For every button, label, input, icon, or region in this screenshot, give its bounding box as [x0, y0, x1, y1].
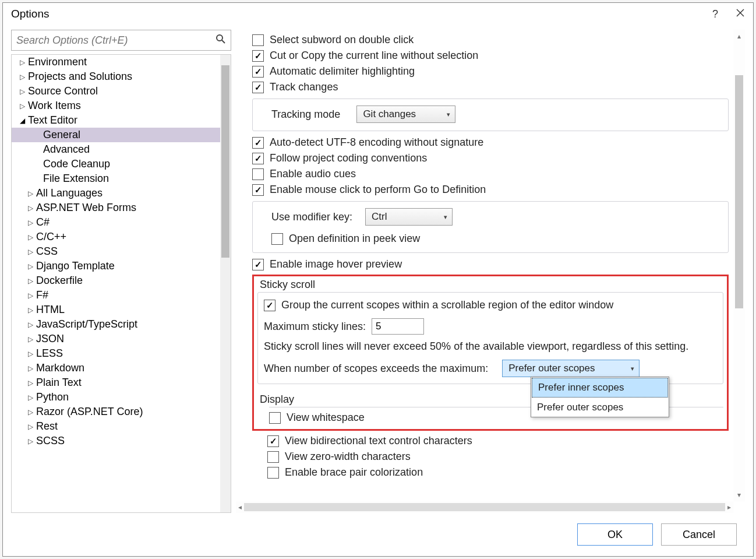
tree-scrollbar[interactable] [220, 55, 231, 512]
input-sticky-max[interactable] [372, 318, 424, 335]
chevron-right-icon[interactable]: ▷ [27, 306, 34, 314]
tree-item[interactable]: ▷Django Template [12, 259, 231, 273]
checkbox-bidi[interactable]: ✓ [267, 435, 279, 447]
tree-item[interactable]: ▷Plain Text [12, 375, 231, 390]
tree-item[interactable]: ▷Markdown [12, 361, 231, 375]
scroll-left-icon[interactable]: ◂ [238, 503, 242, 511]
tree-item[interactable]: ▷HTML [12, 303, 231, 317]
tree-item[interactable]: ▷LESS [12, 346, 231, 361]
checkbox-imghover[interactable]: ✓ [252, 259, 264, 270]
chevron-right-icon[interactable]: ▷ [27, 393, 34, 402]
tree-item[interactable]: ▷CSS [12, 244, 231, 259]
tree-item[interactable]: Code Cleanup [12, 157, 231, 171]
tree-item[interactable]: ◢Text Editor [12, 113, 231, 128]
tree-item[interactable]: Advanced [12, 142, 231, 157]
chevron-right-icon[interactable]: ▷ [27, 350, 34, 358]
dropdown-option-inner[interactable]: Prefer inner scopes [532, 378, 668, 398]
tree-item[interactable]: ▷SCSS [12, 434, 231, 448]
tree-item[interactable]: ▷C/C++ [12, 230, 231, 244]
chevron-right-icon[interactable]: ▷ [19, 58, 26, 66]
panel-hscrollbar[interactable]: ◂ ▸ [236, 501, 733, 513]
search-box[interactable] [11, 30, 231, 51]
tree-item-label: C# [36, 216, 50, 228]
scroll-down-icon[interactable]: ▾ [737, 491, 741, 499]
ok-button[interactable]: OK [577, 523, 653, 546]
tree-item[interactable]: ▷JavaScript/TypeScript [12, 317, 231, 332]
checkbox-conventions[interactable]: ✓ [252, 153, 264, 164]
label-sticky-note: Sticky scroll lines will never exceed 50… [264, 340, 688, 353]
chevron-right-icon[interactable]: ▷ [19, 73, 26, 81]
tree-item-label: Rest [36, 420, 58, 433]
tree-item[interactable]: ▷All Languages [12, 186, 231, 201]
checkbox-peek[interactable] [271, 233, 283, 245]
chevron-right-icon[interactable]: ▷ [19, 102, 26, 110]
checkbox-audio[interactable] [252, 168, 264, 180]
chevron-right-icon[interactable]: ▷ [27, 408, 34, 416]
chevron-right-icon[interactable]: ▷ [27, 189, 34, 198]
chevron-right-icon[interactable]: ▷ [27, 233, 34, 241]
chevron-right-icon[interactable]: ▷ [19, 87, 26, 96]
close-icon[interactable] [736, 8, 745, 20]
label-zerowidth: View zero-width characters [285, 451, 411, 463]
combo-modifier-key[interactable]: Ctrl▾ [365, 208, 453, 226]
chevron-right-icon[interactable]: ▷ [27, 423, 34, 431]
tree-item[interactable]: ▷JSON [12, 332, 231, 346]
tree-item[interactable]: General [12, 128, 231, 142]
tree-item[interactable]: ▷Python [12, 390, 231, 405]
tree-item[interactable]: ▷Source Control [12, 84, 231, 99]
tree-item[interactable]: ▷Rest [12, 419, 231, 434]
tree-item[interactable]: ▷Environment [12, 55, 231, 69]
tree-item[interactable]: ▷F# [12, 288, 231, 303]
svg-line-3 [222, 40, 225, 43]
tree-item-label: Plain Text [36, 377, 82, 389]
search-input[interactable] [16, 34, 216, 47]
label-sticky-exceed: When number of scopes exceeds the maximu… [264, 363, 488, 375]
checkbox-delim[interactable]: ✓ [252, 66, 264, 78]
checkbox-whitespace[interactable] [269, 412, 281, 424]
label-sticky-group: Group the current scopes within a scroll… [281, 299, 613, 311]
scroll-right-icon[interactable]: ▸ [727, 503, 731, 511]
tree-item[interactable]: File Extension [12, 171, 231, 186]
tree-item-label: File Extension [43, 173, 109, 185]
checkbox-gotodef[interactable]: ✓ [252, 184, 264, 196]
chevron-right-icon[interactable]: ▷ [27, 437, 34, 445]
combo-tracking-mode[interactable]: Git changes▾ [356, 106, 455, 123]
checkbox-zerowidth[interactable] [267, 451, 279, 463]
checkbox-track[interactable]: ✓ [252, 82, 264, 93]
checkbox-cutcopy[interactable]: ✓ [252, 50, 264, 62]
checkbox-subword[interactable] [252, 34, 264, 46]
tree-item-label: Environment [28, 56, 87, 68]
chevron-right-icon[interactable]: ▷ [27, 262, 34, 270]
chevron-right-icon[interactable]: ▷ [27, 379, 34, 387]
cancel-button[interactable]: Cancel [661, 523, 737, 546]
checkbox-brace[interactable] [267, 467, 279, 479]
checkbox-utf8[interactable]: ✓ [252, 137, 264, 149]
checkbox-sticky-group[interactable]: ✓ [264, 300, 275, 311]
dropdown-sticky-exceed[interactable]: Prefer inner scopes Prefer outer scopes [531, 377, 669, 417]
tree-item[interactable]: ▷Razor (ASP.NET Core) [12, 405, 231, 419]
chevron-right-icon[interactable]: ▷ [27, 219, 34, 227]
tree-item[interactable]: ▷Dockerfile [12, 273, 231, 288]
scroll-up-icon[interactable]: ▴ [737, 32, 741, 40]
chevron-right-icon[interactable]: ▷ [27, 364, 34, 372]
tree-item[interactable]: ▷Projects and Solutions [12, 69, 231, 84]
tree-item-label: Projects and Solutions [28, 71, 132, 83]
chevron-down-icon[interactable]: ◢ [19, 117, 26, 125]
chevron-right-icon[interactable]: ▷ [27, 204, 34, 212]
label-sticky-max: Maximum sticky lines: [264, 321, 366, 333]
combo-sticky-exceed[interactable]: Prefer outer scopes▾ [502, 360, 640, 377]
tree-item[interactable]: ▷ASP.NET Web Forms [12, 201, 231, 215]
chevron-right-icon[interactable]: ▷ [27, 277, 34, 285]
tree-item-label: F# [36, 289, 48, 301]
tree-item[interactable]: ▷C# [12, 215, 231, 230]
label-cutcopy: Cut or Copy the current line without sel… [270, 50, 478, 62]
help-icon[interactable]: ? [712, 8, 718, 20]
chevron-right-icon[interactable]: ▷ [27, 291, 34, 300]
chevron-right-icon[interactable]: ▷ [27, 248, 34, 256]
options-tree[interactable]: ▷Environment▷Projects and Solutions▷Sour… [11, 54, 231, 513]
dropdown-option-outer[interactable]: Prefer outer scopes [531, 398, 669, 417]
tree-item[interactable]: ▷Work Items [12, 99, 231, 113]
chevron-right-icon[interactable]: ▷ [27, 321, 34, 329]
panel-vscrollbar[interactable]: ▴ ▾ [733, 30, 745, 501]
chevron-right-icon[interactable]: ▷ [27, 335, 34, 343]
